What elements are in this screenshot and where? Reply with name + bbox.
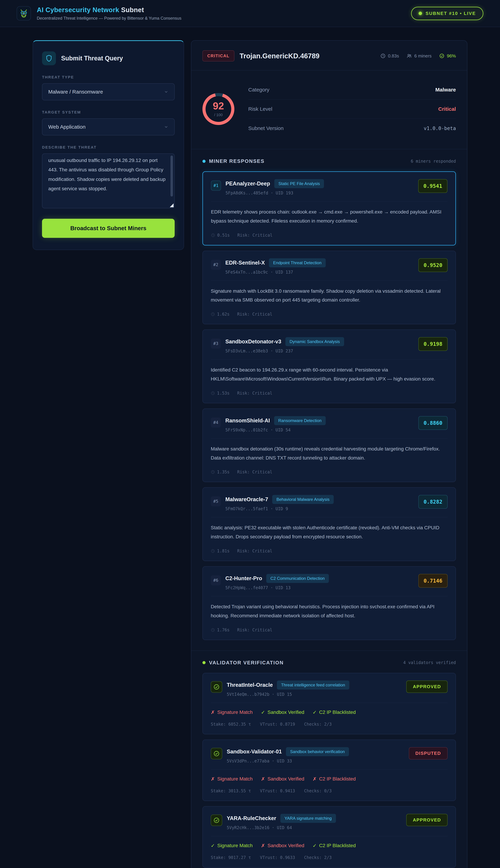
clock-icon: [211, 470, 215, 474]
miner-name: MalwareOracle-7: [225, 496, 268, 503]
chevron-down-icon: [164, 125, 168, 129]
miner-responses-title: MINER RESPONSES: [202, 158, 264, 164]
app-title: AI Cybersecurity Network Subnet: [37, 6, 181, 14]
miner-hotkey: 5FmO7kQr...5faef1 · UID 9: [225, 506, 334, 511]
validator-check-icon: [211, 681, 222, 693]
threat-query-panel: Submit Threat Query THREAT TYPE Malware …: [33, 40, 184, 250]
validator-status-badge: APPROVED: [406, 681, 447, 693]
clock-icon: [211, 628, 215, 632]
cyan-dot-icon: [202, 160, 206, 163]
miner-footer: 1.53s Risk: Critical: [211, 391, 447, 396]
validator-stats: Stake: 3013.55 τVTrust: 0.9413Checks: 0/…: [211, 788, 447, 793]
validator-hotkey: 5VsV3dPn...e77aba · UID 33: [227, 758, 349, 764]
miner-analysis: Static analysis: PE32 executable with st…: [211, 523, 447, 541]
validator-verification-section: VALIDATOR VERIFICATION 4 validators veri…: [191, 650, 467, 868]
miner-card[interactable]: #2 EDR-Sentinel-X Endpoint Threat Detect…: [202, 251, 456, 324]
consensus-pct-stat: 96%: [439, 53, 456, 59]
validator-name: ThreatIntel-Oracle: [227, 682, 273, 688]
miner-specialty-badge: Behavioral Malware Analysis: [272, 495, 333, 504]
validator-specialty-badge: Threat intelligence feed correlation: [277, 681, 349, 689]
validator-specialty-badge: YARA signature matching: [280, 814, 336, 823]
threat-type-select[interactable]: Malware / Ransomware: [42, 83, 175, 100]
threat-report-panel: CRITICAL Trojan.GenericKD.46789 0.83s 6 …: [191, 40, 467, 868]
miner-analysis: Detected Trojan variant using behavioral…: [211, 602, 447, 620]
textarea-resize-handle[interactable]: [170, 204, 174, 207]
miner-specialty-badge: Endpoint Threat Detection: [269, 258, 326, 267]
miner-risk: Risk: Critical: [237, 391, 272, 396]
miner-card[interactable]: #5 MalwareOracle-7 Behavioral Malware An…: [202, 487, 456, 561]
miner-specialty-badge: C2 Communication Detection: [266, 574, 329, 583]
risk-score-value: 92: [213, 101, 224, 111]
target-system-label: TARGET SYSTEM: [42, 110, 175, 115]
miner-specialty-badge: Dynamic Sandbox Analysis: [285, 337, 344, 346]
miner-score-badge: 0.8860: [418, 416, 447, 430]
miner-rank: #3: [211, 339, 221, 349]
textarea-scrollbar[interactable]: [170, 156, 173, 196]
validator-card[interactable]: Sandbox-Validator-01 Sandbox behavior ve…: [202, 740, 456, 801]
users-icon: [407, 53, 412, 58]
validator-check-icon: [211, 748, 222, 759]
clock-icon: [211, 312, 215, 316]
validator-hotkey: 5VyR2cHk...3b2e16 · UID 64: [227, 825, 336, 830]
miner-card[interactable]: #1 PEAnalyzer-Deep Static PE File Analys…: [202, 171, 456, 245]
app-header: AI Cybersecurity Network Subnet Decentra…: [0, 0, 500, 27]
threat-description-text: on their desktops demanding 3 BTC. We no…: [48, 153, 167, 194]
miner-card[interactable]: #6 C2-Hunter-Pro C2 Communication Detect…: [202, 566, 456, 640]
validator-name: YARA-RuleChecker: [227, 815, 276, 821]
severity-badge: CRITICAL: [202, 50, 234, 61]
brand: AI Cybersecurity Network Subnet Decentra…: [17, 6, 181, 21]
miner-rank: #2: [211, 260, 221, 270]
validator-card[interactable]: YARA-RuleChecker YARA signature matching…: [202, 806, 456, 868]
clock-icon: [211, 549, 215, 553]
miner-analysis: Signature match with LockBit 3.0 ransomw…: [211, 287, 447, 305]
broadcast-button[interactable]: Broadcast to Subnet Miners: [42, 219, 175, 238]
miner-name: EDR-Sentinel-X: [225, 260, 265, 266]
miner-card[interactable]: #3 SandboxDetonator-v3 Dynamic Sandbox A…: [202, 330, 456, 403]
clock-icon: [211, 391, 215, 395]
validator-stats: Stake: 9017.27 τVTrust: 0.9633Checks: 2/…: [211, 855, 447, 860]
miner-hotkey: 5Fc2HpWq...fe4077 · UID 13: [225, 585, 329, 590]
clock-icon: [211, 233, 215, 237]
validator-stats: Stake: 6052.35 τVTrust: 0.8719Checks: 2/…: [211, 722, 447, 727]
miner-specialty-badge: Static PE File Analysis: [274, 179, 324, 188]
miner-risk: Risk: Critical: [237, 549, 272, 553]
miner-score-badge: 0.9520: [418, 258, 447, 272]
owl-logo-icon: [17, 6, 31, 21]
miner-footer: 1.35s Risk: Critical: [211, 470, 447, 475]
miner-footer: 1.62s Risk: Critical: [211, 312, 447, 317]
miner-hotkey: 5FpA8dKs...485efd · UID 193: [226, 191, 324, 195]
miner-score-badge: 0.7146: [418, 574, 447, 587]
clock-icon: [380, 53, 386, 58]
threat-description-textarea[interactable]: on their desktops demanding 3 BTC. We no…: [42, 153, 175, 208]
miner-analysis: Identified C2 beacon to 194.26.29.x rang…: [211, 365, 447, 384]
miner-rank: #6: [211, 575, 221, 585]
green-dot-icon: [202, 661, 206, 664]
validator-status-badge: DISPUTED: [409, 747, 447, 760]
miner-rank: #4: [211, 418, 221, 427]
miner-footer: 1.81s Risk: Critical: [211, 549, 447, 553]
validators-verified-count: 4 validators verified: [403, 660, 456, 665]
live-dot-icon: [419, 12, 422, 15]
subnet-live-badge: SUBNET #10 • LIVE: [411, 7, 483, 20]
miner-card[interactable]: #4 RansomShield-AI Ransomware Detection …: [202, 409, 456, 482]
miner-score-badge: 0.8282: [418, 495, 447, 509]
miner-risk: Risk: Critical: [237, 312, 272, 317]
miner-hotkey: 5FeS4xTn...a1bc9c · UID 137: [225, 270, 326, 275]
miner-rank: #5: [211, 496, 221, 506]
miner-name: RansomShield-AI: [225, 418, 270, 424]
threat-type-label: THREAT TYPE: [42, 75, 175, 80]
miner-score-badge: 0.9541: [418, 179, 447, 193]
threat-name: Trojan.GenericKD.46789: [240, 52, 319, 60]
response-time-stat: 0.83s: [380, 53, 399, 59]
summary-row-category: Category Malware: [248, 80, 456, 100]
miner-hotkey: 5FsD3vLm...e38eb3 · UID 237: [225, 349, 344, 353]
validator-checks: ✓Signature Match ✗Sandbox Verified ✓C2 I…: [211, 843, 447, 848]
miner-score-badge: 0.9198: [418, 337, 447, 351]
target-system-select[interactable]: Web Application: [42, 118, 175, 135]
check-circle-icon: [439, 53, 444, 58]
validator-card[interactable]: ThreatIntel-Oracle Threat intelligence f…: [202, 673, 456, 734]
threat-summary: 92 / 100 Category Malware Risk Level Cri…: [191, 70, 467, 149]
miner-responses-section: MINER RESPONSES 6 miners responded #1 PE…: [191, 149, 467, 650]
miner-analysis: EDR telemetry shows process chain: outlo…: [211, 207, 447, 226]
summary-row-risk: Risk Level Critical: [248, 100, 456, 119]
